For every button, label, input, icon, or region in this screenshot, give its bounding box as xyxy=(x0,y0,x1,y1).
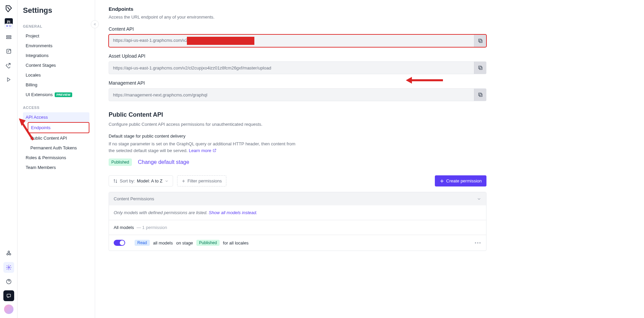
all-models-row: All models — 1 permission xyxy=(109,220,486,235)
asset-api-url-box: https://api-us-east-1.graphcms.com/v2/cl… xyxy=(109,61,486,74)
create-permission-label: Create permission xyxy=(446,178,482,183)
mgmt-api-url: https://management-next.graphcms.com/gra… xyxy=(109,92,474,97)
change-stage-link[interactable]: Change default stage xyxy=(138,159,189,165)
copy-content-api-button[interactable] xyxy=(474,35,486,47)
content-api-url-box: https://api-us-east-1.graphcms.com/v2 xyxy=(109,34,486,47)
nav-integrations[interactable]: Integrations xyxy=(23,51,89,60)
nav-endpoints[interactable]: Endpoints xyxy=(28,122,89,133)
collapse-sidebar-button[interactable] xyxy=(91,20,99,28)
nav-help-icon[interactable] xyxy=(3,276,14,287)
sort-value: Model: A to Z xyxy=(137,178,163,183)
filter-label: Filter permissions xyxy=(188,178,222,183)
chevron-down-icon xyxy=(477,197,481,201)
nav-ui-extensions-label: UI Extensions xyxy=(26,92,53,97)
redacted-block xyxy=(187,37,254,45)
nav-playground-icon[interactable] xyxy=(3,74,14,85)
user-avatar[interactable] xyxy=(4,305,13,314)
sort-button[interactable]: Sort by: Model: A to Z xyxy=(109,175,173,186)
content-permissions-panel: Content Permissions Only models with def… xyxy=(109,192,486,251)
nav-roles-permissions[interactable]: Roles & Permissions xyxy=(23,153,89,163)
svg-rect-6 xyxy=(7,294,10,297)
app-logo[interactable] xyxy=(5,5,13,13)
permission-toggle[interactable] xyxy=(114,240,125,246)
mgmt-api-label: Management API xyxy=(109,80,486,86)
copy-mgmt-api-button[interactable] xyxy=(474,89,486,101)
nav-content-stages[interactable]: Content Stages xyxy=(23,60,89,70)
svg-rect-12 xyxy=(478,93,481,96)
nav-team-members[interactable]: Team Members xyxy=(23,163,89,172)
mgmt-api-url-box: https://management-next.graphcms.com/gra… xyxy=(109,88,486,101)
published-badge: Published xyxy=(109,158,132,166)
main-content: Endpoints Access the URL endpoint of any… xyxy=(95,0,500,318)
svg-point-2 xyxy=(9,254,11,255)
perm-on-stage: on stage xyxy=(176,240,193,245)
nav-schema-icon[interactable] xyxy=(3,32,14,42)
sort-icon xyxy=(113,179,118,183)
settings-sidebar: Settings GENERAL Project Environments In… xyxy=(18,0,95,318)
chevron-down-icon xyxy=(165,179,169,183)
svg-rect-8 xyxy=(478,39,481,42)
page-title: Settings xyxy=(23,6,89,15)
svg-rect-7 xyxy=(479,40,482,42)
nav-permanent-auth-tokens[interactable]: Permanent Auth Tokens xyxy=(28,143,89,153)
copy-icon xyxy=(478,92,483,97)
nav-content-icon[interactable] xyxy=(3,46,14,57)
icon-bar: PI M xyxy=(0,0,18,318)
nav-locales[interactable]: Locales xyxy=(23,70,89,80)
more-options-button[interactable]: ••• xyxy=(475,240,481,245)
env-badge: M xyxy=(5,24,13,28)
read-badge: Read xyxy=(135,240,150,246)
show-all-models-link[interactable]: Show all models instead. xyxy=(209,210,257,215)
asset-api-url: https://api-us-east-1.graphcms.com/v2/cl… xyxy=(109,65,474,70)
permission-count: — 1 permission xyxy=(137,225,167,230)
svg-point-1 xyxy=(7,254,8,255)
project-switcher[interactable]: PI M xyxy=(3,18,14,28)
perm-locales: for all locales xyxy=(223,240,249,245)
svg-point-4 xyxy=(8,267,9,268)
plus-icon xyxy=(181,179,186,183)
section-general-label: GENERAL xyxy=(23,24,89,28)
sort-prefix: Sort by: xyxy=(120,178,135,183)
section-access-label: ACCESS xyxy=(23,106,89,110)
svg-rect-11 xyxy=(479,94,482,96)
content-api-label: Content API xyxy=(109,26,486,32)
nav-settings-icon[interactable] xyxy=(3,262,14,273)
public-api-desc: Configure public Content API access perm… xyxy=(109,122,486,127)
endpoints-title: Endpoints xyxy=(109,6,486,12)
nav-project[interactable]: Project xyxy=(23,31,89,41)
copy-icon xyxy=(478,38,483,44)
nav-api-access[interactable]: API Access xyxy=(23,112,89,122)
default-stage-desc: If no stage parameter is set on the Grap… xyxy=(109,141,298,154)
default-stage-label: Default stage for public content deliver… xyxy=(109,134,486,139)
plus-icon xyxy=(440,179,444,183)
svg-rect-10 xyxy=(478,66,481,69)
create-permission-button[interactable]: Create permission xyxy=(435,175,487,186)
all-models-label: All models xyxy=(114,225,134,230)
nav-feedback-icon[interactable] xyxy=(3,290,14,301)
preview-badge: PREVIEW xyxy=(55,92,72,97)
content-api-url: https://api-us-east-1.graphcms.com/v2 xyxy=(109,37,474,45)
panel-header[interactable]: Content Permissions xyxy=(109,192,486,205)
nav-environments[interactable]: Environments xyxy=(23,41,89,51)
copy-asset-api-button[interactable] xyxy=(474,62,486,74)
permission-row: Read all models on stage Published for a… xyxy=(109,235,486,251)
learn-more-link[interactable]: Learn more xyxy=(189,148,217,153)
nav-billing[interactable]: Billing xyxy=(23,80,89,90)
nav-assets-icon[interactable] xyxy=(3,60,14,71)
perm-all-models: all models xyxy=(153,240,173,245)
nav-webhooks-icon[interactable] xyxy=(3,248,14,259)
svg-rect-9 xyxy=(479,67,482,69)
external-link-icon xyxy=(213,148,217,152)
published-badge-small: Published xyxy=(196,240,220,246)
public-api-title: Public Content API xyxy=(109,111,486,118)
filter-button[interactable]: Filter permissions xyxy=(177,175,226,186)
nav-public-content-api[interactable]: Public Content API xyxy=(28,133,89,143)
copy-icon xyxy=(478,65,483,70)
endpoints-desc: Access the URL endpoint of any of your e… xyxy=(109,15,486,20)
nav-ui-extensions[interactable]: UI Extensions PREVIEW xyxy=(23,90,89,99)
panel-note: Only models with defined permissions are… xyxy=(109,205,486,220)
asset-api-label: Asset Upload API xyxy=(109,53,486,59)
panel-title: Content Permissions xyxy=(114,196,154,201)
